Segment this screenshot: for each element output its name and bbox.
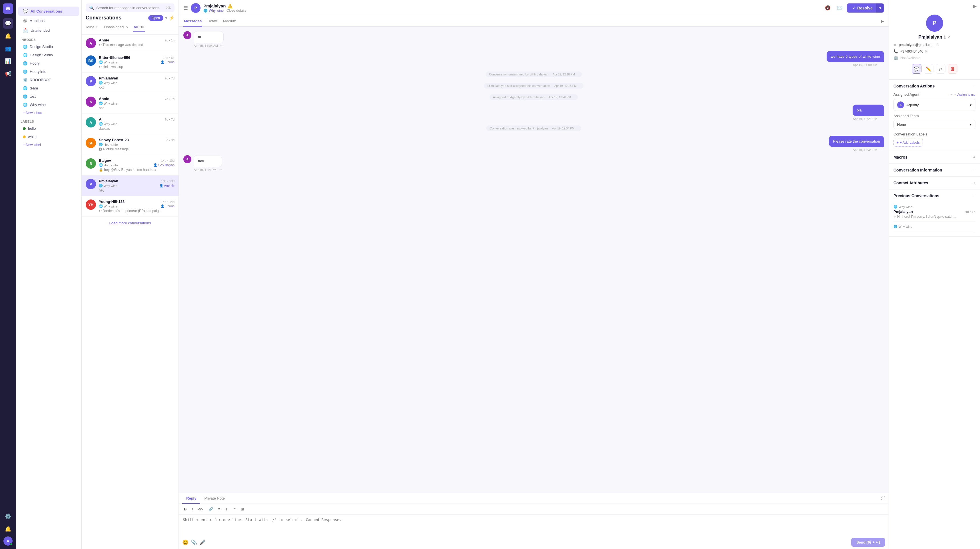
chat-contact-avatar: P xyxy=(191,3,200,13)
emoji-button[interactable]: 😊 xyxy=(182,539,189,546)
edit-contact-button[interactable]: ✏️ xyxy=(924,64,934,74)
reply-input[interactable] xyxy=(179,515,889,535)
label-white[interactable]: white xyxy=(18,133,79,140)
filter-dropdown-arrow[interactable]: ▾ xyxy=(165,16,167,20)
external-link-icon[interactable]: ↗ xyxy=(947,35,951,40)
inbox-hoory[interactable]: 🌐 Hoory xyxy=(18,59,79,67)
conv-item-snowy-forest[interactable]: SF Snowy-Forest-23 9d • 9d 🌐Hoory.info 🖼… xyxy=(82,134,178,155)
audio-button[interactable]: 🎤 xyxy=(199,539,206,546)
expand-reply-icon[interactable]: ⛶ xyxy=(881,493,885,504)
prev-conv-item-2[interactable]: 🌐 Why wine xyxy=(894,222,975,232)
new-conversation-button[interactable]: 💬 xyxy=(912,64,921,74)
new-label-button[interactable]: + New label xyxy=(18,141,79,148)
nav-all-conversations[interactable]: 💬 All Conversations xyxy=(18,6,79,16)
inbox-rroobbot[interactable]: ⚙️ RROOBBOT xyxy=(18,76,79,84)
blockquote-button[interactable]: ❝ xyxy=(232,506,237,512)
menu-icon[interactable]: ☰ xyxy=(183,5,188,11)
conv-avatar: A xyxy=(86,117,96,128)
number-list-button[interactable]: 1. xyxy=(224,506,230,512)
conversations-items: A Annie 7d • 1h ↩ This message was delet… xyxy=(82,35,178,549)
conv-item-balgev[interactable]: B Balgev 14d • 10d 🌐Hoory.info 👤 Gev Bal… xyxy=(82,155,178,176)
bullet-list-button[interactable]: ≡ xyxy=(216,506,222,512)
conv-item-bitter-silence[interactable]: BS Bitter-Silence-556 14d • 6d 🌐Why wine… xyxy=(82,52,178,73)
inbox-design-studio-2[interactable]: 🌐 Design Studio xyxy=(18,51,79,59)
inbox-hoory-info[interactable]: 🌐 Hoory.info xyxy=(18,68,79,75)
resolve-button[interactable]: ✓ A Resolve xyxy=(847,3,878,13)
contact-attributes-header[interactable]: Contact Attributes + xyxy=(889,177,980,189)
italic-button[interactable]: I xyxy=(190,506,194,512)
nav-campaigns[interactable]: 📢 xyxy=(3,69,13,79)
nav-settings[interactable]: ⚙️ xyxy=(3,511,13,522)
table-button[interactable]: ⊞ xyxy=(239,506,246,512)
delete-contact-button[interactable]: 🗑 xyxy=(948,64,958,74)
tab-private-note[interactable]: Private Note xyxy=(200,493,229,504)
merge-contact-button[interactable]: ⇄ xyxy=(936,64,945,74)
conv-item-pmjalalyan-active[interactable]: P Pmjalalyan 13d • 13d 🌐Why wine 👤 Agent… xyxy=(82,176,178,196)
filter-open-badge[interactable]: Open xyxy=(148,15,163,21)
label-hello[interactable]: hello xyxy=(18,124,79,132)
macros-header[interactable]: Macros + xyxy=(889,151,980,163)
nav-reports[interactable]: 📊 xyxy=(3,56,13,66)
previous-convs-header[interactable]: Previous Conversations − xyxy=(889,190,980,202)
tab-medium[interactable]: Medium xyxy=(223,16,237,27)
inbox-why-wine[interactable]: 🌐 Why wine xyxy=(18,101,79,109)
team-select-box[interactable]: None ▾ xyxy=(894,120,975,129)
conv-item-a[interactable]: A A 7d • 7d 🌐Why wine dasdas xyxy=(82,114,178,134)
conversation-info-header[interactable]: Conversation Information − xyxy=(889,164,980,176)
nav-contacts[interactable]: 👥 xyxy=(3,43,13,54)
search-bar[interactable]: 🔍 ⌘K xyxy=(86,3,175,12)
conv-avatar: BS xyxy=(86,56,96,66)
prev-conv-globe-icon-2: 🌐 xyxy=(894,225,897,228)
send-button[interactable]: Send (⌘ + ↵) xyxy=(851,538,885,547)
inbox-test[interactable]: 🌐 test xyxy=(18,93,79,100)
conv-info-minus-icon: − xyxy=(973,168,975,172)
send-email-icon-button[interactable]: ✉️ xyxy=(835,3,845,13)
online-dot xyxy=(10,543,13,546)
conversation-actions-header[interactable]: Conversation Actions − xyxy=(889,80,980,92)
tab-unassigned[interactable]: Unassigned 5 xyxy=(103,23,128,32)
conv-avatar: P xyxy=(86,76,96,86)
inbox-team[interactable]: 🌐 team xyxy=(18,84,79,92)
tab-mine[interactable]: Mine 0 xyxy=(86,23,99,32)
new-inbox-button[interactable]: + New inbox xyxy=(18,109,79,117)
resolve-dropdown-button[interactable]: ▾ xyxy=(876,3,884,13)
attachment-button[interactable]: 📎 xyxy=(191,539,197,546)
tab-ucraft[interactable]: Ucraft xyxy=(207,16,218,27)
conv-item-young-hill[interactable]: YH Young-Hill-138 14d • 14d 🌐Why wine 👤 … xyxy=(82,196,178,217)
conversation-info-section: Conversation Information − xyxy=(889,164,980,177)
assign-to-me-link[interactable]: → → Assign to me xyxy=(949,93,975,97)
copy-phone-icon[interactable]: ⎘ xyxy=(926,49,928,53)
nav-mentions[interactable]: 🔔 xyxy=(3,31,13,41)
more-icon[interactable]: ••• xyxy=(219,168,222,171)
load-more-button[interactable]: Load more conversations xyxy=(110,221,151,225)
agent-select-box[interactable]: A Agently ▾ xyxy=(894,99,975,111)
conv-item-pmjalalyan-1[interactable]: P Pmjalalyan 7d • 7d 🌐Why wine xxx xyxy=(82,73,178,93)
close-details-link[interactable]: Close details xyxy=(226,9,246,13)
inbox-globe-icon: 🌐 xyxy=(23,94,27,99)
conv-avatar: A xyxy=(86,38,96,48)
link-button[interactable]: 🔗 xyxy=(207,506,215,512)
nav-conversations[interactable]: 💬 xyxy=(3,18,13,29)
nav-mentions[interactable]: @ Mentions xyxy=(18,16,79,25)
copy-email-icon[interactable]: ⎘ xyxy=(937,43,939,47)
inbox-design-studio-1[interactable]: 🌐 Design Studio xyxy=(18,43,79,51)
search-input[interactable] xyxy=(96,6,164,10)
code-button[interactable]: </> xyxy=(196,506,205,512)
tab-reply[interactable]: Reply xyxy=(182,493,200,504)
mute-icon-button[interactable]: 🔇 xyxy=(823,3,833,13)
more-icon[interactable]: ••• xyxy=(220,44,224,48)
bold-button[interactable]: B xyxy=(182,506,188,512)
user-avatar[interactable]: A xyxy=(3,536,13,546)
right-panel-collapse-icon[interactable]: ▶ xyxy=(973,3,977,9)
add-labels-button[interactable]: + + Add Labels xyxy=(894,139,923,147)
conv-item-annie-2[interactable]: A Annie 7d • 7d 🌐Why wine aaa xyxy=(82,93,178,114)
nav-bell[interactable]: 🔔 xyxy=(3,524,13,534)
conv-item-annie-1[interactable]: A Annie 7d • 1h ↩ This message was delet… xyxy=(82,35,178,52)
expand-tabs-icon[interactable]: ▶ xyxy=(881,19,884,24)
filter-options-icon[interactable]: ⚡ xyxy=(169,15,175,21)
tab-messages[interactable]: Messages xyxy=(183,16,202,27)
nav-unattended[interactable]: 📩 Unattended xyxy=(18,26,79,35)
prev-conv-item[interactable]: 🌐 Why wine Pmjalalyan 4d • 1h ↩ Hi there… xyxy=(894,202,975,222)
tab-all[interactable]: All 10 xyxy=(133,23,145,32)
info-icon[interactable]: ℹ xyxy=(944,35,945,40)
